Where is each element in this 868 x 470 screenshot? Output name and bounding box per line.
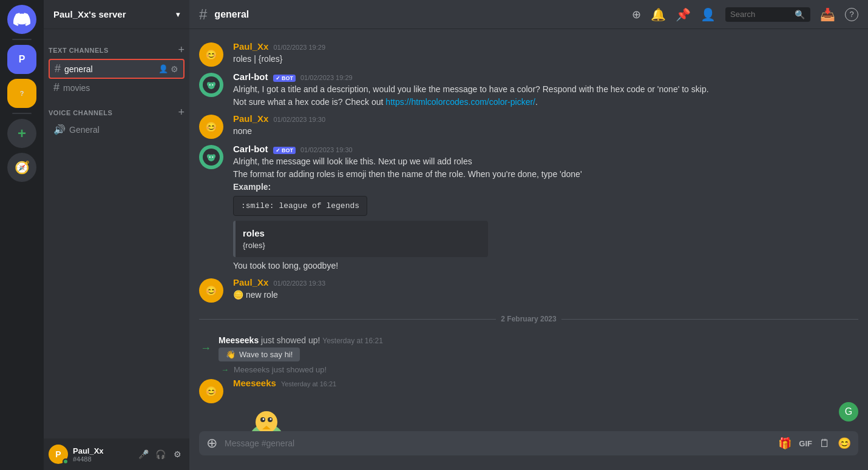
bird-image [233,393,858,431]
join-continuation: → Meeseeks just showed up! [189,364,868,375]
channel-item-general[interactable]: # general 👤 ⚙ [49,59,185,79]
main-chat: # general ⊕ 🔔 📌 👤 🔍 📥 ? 😊 Paul_Xx 01/02/… [189,0,868,470]
text-channels-category[interactable]: TEXT CHANNELS + [44,34,189,59]
voice-channel-general[interactable]: 🔊 General [49,121,185,138]
channel-action-icons: 👤 ⚙ [158,64,178,74]
wave-label: Wave to say hi! [239,350,293,359]
color-picker-link[interactable]: https://htmlcolorcodes.com/color-picker/ [385,97,535,107]
online-indicator: G [839,402,858,421]
embed-desc: {roles} [243,241,481,250]
message-text: Alright, I got a title and a description… [233,83,858,109]
join-message: → Meeseeks just showed up! Yesterday at … [189,333,868,364]
inbox-icon[interactable]: 📥 [820,7,835,22]
avatar: 😊 [199,115,223,139]
server-emoji: ? [20,90,24,97]
message-input-box: ⊕ 🎁 GIF 🗒 😊 [199,431,858,455]
svg-point-4 [209,84,211,86]
join-action: just showed up! [261,335,322,345]
message-text: none [233,125,858,138]
online-avatar-indicator[interactable]: G [839,402,858,421]
user-controls: 🎤 🎧 ⚙ [136,447,185,462]
svg-point-3 [208,82,214,89]
message-text: roles | {roles} [233,53,858,65]
message-header-meeseeks: Meeseeks Yesterday at 16:21 [233,378,858,388]
message-content: Paul_Xx 01/02/2023 19:29 roles | {roles} [233,41,858,67]
input-actions: 🎁 GIF 🗒 😊 [778,437,851,450]
server-list: P ? + 🧭 [0,0,44,470]
server-header[interactable]: Paul_Xx's server ▾ [44,0,189,29]
message-content: Paul_Xx 01/02/2023 19:33 🪙 new role [233,277,858,303]
boost-icon[interactable]: ⊕ [632,8,641,21]
code-block: :smile: league of legends [233,196,367,216]
message-header: Carl-bot ✓ BOT 01/02/2023 19:29 [233,72,858,82]
message-text: 🪙 new role [233,289,858,301]
message-header: Carl-bot ✓ BOT 01/02/2023 19:30 [233,144,858,154]
message-author: Paul_Xx [233,113,268,124]
emoji-icon[interactable]: 😊 [838,437,851,450]
gif-icon[interactable]: GIF [799,439,812,448]
server-name: Paul_Xx's server [53,9,126,19]
message-author: Carl-bot [233,144,268,154]
header-actions: ⊕ 🔔 📌 👤 🔍 📥 ? [632,7,858,22]
search-box[interactable]: 🔍 [725,7,810,22]
speaker-icon: 🔊 [53,124,66,135]
meeseeks-author: Meeseeks [233,378,276,388]
notification-icon[interactable]: 🔔 [651,7,666,22]
message-content: Carl-bot ✓ BOT 01/02/2023 19:30 Alright,… [233,144,858,272]
voice-channels-category[interactable]: VOICE CHANNELS + [44,96,189,121]
message-header: Paul_Xx 01/02/2023 19:33 [233,277,858,287]
voice-channels-label: VOICE CHANNELS [49,109,112,116]
bot-badge: ✓ BOT [273,75,296,82]
join-arrow-icon: → [200,342,211,355]
message-timestamp: 01/02/2023 19:30 [300,146,353,153]
message-text: Alright, the message will look like this… [233,155,858,193]
message-header: Paul_Xx 01/02/2023 19:30 [233,113,858,124]
wave-icon: 👋 [226,350,236,359]
message-author: Paul_Xx [233,41,268,52]
message-group: Carl-bot ✓ BOT 01/02/2023 19:30 Alright,… [189,141,868,275]
gift-icon[interactable]: 🎁 [778,437,792,450]
add-voice-channel-button[interactable]: + [178,106,185,119]
voice-channel-name: General [69,125,100,135]
svg-point-9 [208,155,214,161]
status-dot [63,458,69,465]
message-content-meeseeks: Meeseeks Yesterday at 16:21 [233,378,858,431]
invite-icon[interactable]: 👤 [158,64,168,73]
add-server-button[interactable]: + [7,119,36,148]
message-header: Paul_Xx 01/02/2023 19:29 [233,41,858,52]
discord-home-button[interactable] [7,5,36,34]
discover-button[interactable]: 🧭 [7,153,36,182]
settings-button[interactable]: ⚙ [170,447,185,462]
sticker-icon[interactable]: 🗒 [819,437,830,450]
add-text-channel-button[interactable]: + [178,44,185,56]
pin-icon[interactable]: 📌 [676,7,691,22]
message-timestamp: 01/02/2023 19:29 [273,44,325,51]
headphones-button[interactable]: 🎧 [153,447,168,462]
message-group: 😊 Paul_Xx 01/02/2023 19:29 roles | {role… [189,39,868,69]
add-attachment-button[interactable]: ⊕ [206,435,217,451]
channel-hash-icon: # [199,6,207,23]
settings-icon[interactable]: ⚙ [171,64,178,74]
message-timestamp: 01/02/2023 19:29 [300,74,353,81]
server-initial: P [19,54,25,65]
message-input[interactable] [225,431,771,455]
server-icon-other[interactable]: ? [7,79,36,108]
search-input[interactable] [730,10,791,19]
message-group-meeseeks: 😊 Meeseeks Yesterday at 16:21 [189,375,868,431]
server-icon-paulxx[interactable]: P [7,45,36,74]
message-content: Paul_Xx 01/02/2023 19:30 none [233,113,858,139]
divider-line-right [561,319,858,320]
channel-name-movies: movies [63,83,180,93]
svg-point-17 [263,418,265,420]
hash-icon-movies: # [53,81,59,94]
wave-button[interactable]: 👋 Wave to say hi! [219,347,300,361]
microphone-button[interactable]: 🎤 [136,447,151,462]
members-icon[interactable]: 👤 [700,7,716,22]
message-content: Carl-bot ✓ BOT 01/02/2023 19:29 Alright,… [233,72,858,109]
text-channels-label: TEXT CHANNELS [49,47,109,54]
help-icon[interactable]: ? [845,8,858,21]
channel-item-movies[interactable]: # movies [49,79,185,96]
server-separator-2 [12,113,32,114]
join-continuation-text: Meeseeks just showed up! [234,365,327,374]
svg-point-11 [212,156,213,158]
